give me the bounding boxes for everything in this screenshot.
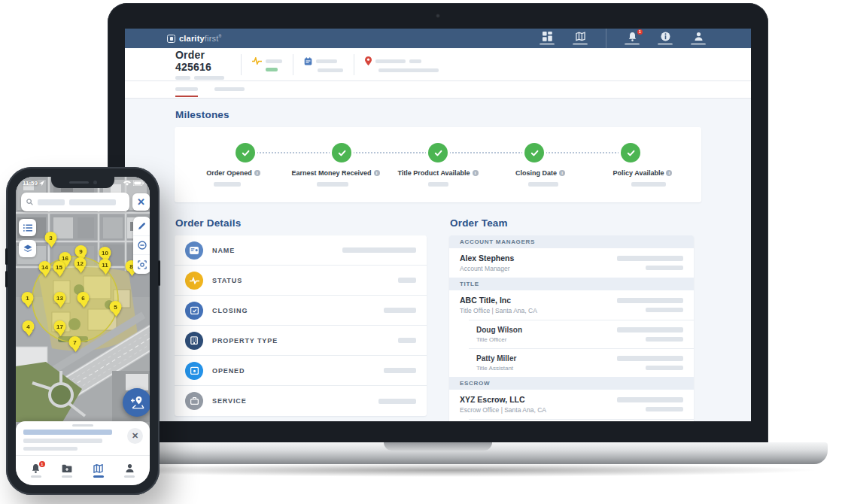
map-pin[interactable]: 12 (74, 257, 87, 275)
user-icon (694, 32, 704, 41)
nav-notifications-item[interactable]: 1 (31, 463, 41, 478)
milestone-label: Policy Availablei (591, 169, 694, 177)
tab-label-placeholder (214, 87, 245, 91)
map-pin[interactable]: 13 (54, 292, 67, 309)
front-camera (93, 181, 97, 184)
milestone-label: Title Product Availablei (387, 169, 489, 177)
wifi-icon (123, 181, 131, 186)
order-address-summary (354, 56, 449, 72)
milestone-check-icon (621, 143, 640, 162)
map-pin[interactable]: 6 (78, 292, 90, 309)
laptop-base-notch (384, 442, 492, 451)
pencil-icon (138, 222, 146, 230)
order-header: Order 425616 (125, 48, 751, 81)
add-pin-icon (129, 396, 144, 409)
tab-active[interactable] (175, 87, 198, 93)
calendar-check-icon (185, 302, 203, 320)
order-page-body: Milestones Order Openedi Earnest Money R… (125, 99, 751, 421)
nav-label-placeholder (691, 43, 706, 45)
info-icon[interactable]: i (666, 170, 672, 176)
team-entry: Alex StephensAccount Manager (449, 248, 694, 278)
detail-value-placeholder (398, 278, 416, 283)
order-tabs (125, 81, 751, 99)
map-pin[interactable]: 17 (54, 320, 67, 338)
map-pin-tail (56, 272, 63, 281)
map-pin-tail (71, 347, 79, 356)
map-pin[interactable]: 1 (22, 292, 35, 309)
order-team-title: Order Team (450, 217, 694, 229)
folder-plus-icon (62, 464, 72, 473)
map-pin[interactable]: 7 (69, 336, 82, 354)
sheet-drag-handle[interactable] (72, 424, 93, 427)
map-list-button[interactable] (19, 219, 36, 236)
nav-notifications-button[interactable]: 1 (625, 32, 640, 45)
phone-notch (51, 177, 114, 188)
scan-area-button[interactable] (133, 254, 150, 274)
map-search-input[interactable] (21, 193, 129, 211)
nav-label-placeholder (540, 43, 555, 45)
info-icon (661, 32, 670, 41)
sheet-title-placeholder (23, 430, 112, 435)
nav-label-placeholder (93, 475, 104, 478)
draw-button[interactable] (133, 217, 150, 235)
map-pin[interactable]: 4 (23, 320, 35, 338)
calendar-icon (185, 362, 203, 380)
nav-files-item[interactable] (62, 464, 72, 478)
remove-area-button[interactable] (133, 235, 150, 255)
tab-inactive[interactable] (214, 87, 245, 93)
detail-row-name: NAME (175, 235, 427, 266)
placeholder-bar (266, 59, 282, 63)
sheet-close-button[interactable]: ✕ (127, 428, 143, 444)
status-icons (123, 181, 144, 186)
nav-label-placeholder (625, 43, 640, 45)
nav-map-button[interactable] (573, 32, 588, 45)
milestone-date-placeholder (428, 182, 448, 187)
milestone-date-placeholder (317, 182, 348, 187)
volume-up-button (5, 248, 8, 265)
nav-profile-button[interactable] (691, 32, 706, 45)
map-close-button[interactable]: ✕ (132, 193, 150, 211)
map-pin-tail (24, 302, 32, 311)
nav-apps-button[interactable] (540, 32, 555, 45)
team-entry-sub: Doug WilsonTitle Officer (469, 320, 694, 348)
nav-profile-item[interactable] (124, 463, 135, 478)
map-layers-button[interactable] (19, 240, 36, 257)
nav-info-button[interactable] (658, 32, 673, 45)
briefcase-icon (185, 392, 203, 410)
contact-placeholder (617, 256, 683, 261)
building-icon (185, 332, 203, 350)
placeholder-bar (194, 76, 224, 80)
map-pins-layer: 391016121415118113654177 (16, 177, 150, 422)
map-pin[interactable]: 3 (45, 232, 58, 249)
clarityfirst-logo[interactable]: clarityfirst® (167, 34, 221, 43)
map-pin-tail (102, 269, 109, 278)
add-location-fab[interactable] (123, 388, 150, 417)
nav-map-item-active[interactable] (93, 464, 104, 478)
list-icon (23, 224, 32, 232)
detail-row-closing: CLOSING (175, 296, 427, 326)
map-pin-tail (56, 302, 64, 311)
nav-label-placeholder (573, 43, 588, 45)
notification-badge: 1 (39, 461, 45, 467)
map-pin-tail (41, 272, 49, 281)
contact-placeholder (617, 298, 683, 303)
logo-light: first (205, 34, 219, 43)
order-team-card: ACCOUNT MANAGERS Alex StephensAccount Ma… (449, 235, 694, 421)
layers-icon (23, 244, 32, 254)
detail-value-placeholder (384, 308, 416, 313)
info-icon[interactable]: i (473, 170, 479, 176)
milestones-card: Order Openedi Earnest Money Receivedi Ti… (175, 127, 701, 202)
info-icon[interactable]: i (254, 170, 260, 176)
pulse-icon (252, 57, 262, 65)
contact-placeholder (617, 397, 683, 402)
map-pin[interactable]: 14 (39, 261, 52, 278)
team-section-header: ACCOUNT MANAGERS (449, 235, 694, 248)
sheet-line-placeholder (23, 447, 78, 451)
info-icon[interactable]: i (559, 170, 565, 176)
placeholder-bar (318, 68, 343, 72)
map-pin[interactable]: 15 (53, 261, 66, 278)
info-icon[interactable]: i (374, 170, 380, 176)
map-pin-tail (47, 242, 55, 251)
map-pin[interactable]: 5 (110, 301, 123, 318)
map-pin[interactable]: 11 (99, 259, 112, 276)
